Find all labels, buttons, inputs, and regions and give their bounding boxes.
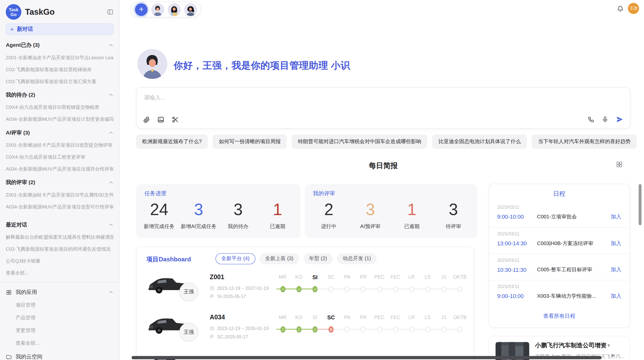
project-next-milestone: SC-2025-05-17 (210, 334, 248, 339)
add-member-button[interactable]: + (135, 3, 148, 16)
suggestion-chip[interactable]: 当下年轻人对汽车外观有怎样的喜好趋势 (532, 134, 637, 149)
schedule-event: 2025/03/11 9:00-10:00 X003-车辆动力学性能验... 加… (489, 280, 630, 306)
sidebar-item-cloud-space[interactable]: 我的云空间 (6, 353, 114, 360)
sidebar-item-project-mgmt[interactable]: 项目管理 (16, 302, 113, 309)
event-time: 13:00-14:30 (497, 240, 537, 246)
view-all-apps-link[interactable]: 查看全部... (16, 340, 113, 347)
suggestion-chips: 欧洲新规最近颁布了什么? 如何写一份清晰的项目周报 特朗普可能对进口汽车增税会对… (136, 134, 630, 149)
join-meeting-link[interactable]: 加入 (611, 292, 621, 300)
event-date: 2025/03/11 (497, 231, 621, 236)
new-chat-button[interactable]: + 新对话 (6, 23, 114, 35)
project-dashboard-card: 项目Dashboard 全新平台 (4) 全新上装 (3) 年型 (2) 动总开… (136, 247, 474, 360)
avatar[interactable] (151, 3, 164, 16)
list-item[interactable]: 解释最新出台的欧盟报废车法规再生塑料比例被调至15%... (6, 234, 114, 241)
list-item[interactable]: C0X4-动力总成开发项目SI里程碑提交物检查 (6, 104, 114, 111)
tab-powertrain[interactable]: 动总开发 (1) (337, 253, 377, 264)
list-item[interactable]: A034-全新新能源MUV产品开发项目造型可行性评审 (6, 204, 114, 210)
stat-ai-done: 3新增AI完成任务 (179, 201, 218, 230)
apps-grid-icon (6, 289, 12, 295)
chat-input-card: 请输入... (136, 87, 630, 129)
milestone-dots (275, 285, 468, 293)
screenshot-scissors-icon[interactable] (171, 116, 179, 123)
image-upload-icon[interactable] (157, 116, 165, 123)
sidebar-item-change-mgmt[interactable]: 变更管理 (16, 327, 113, 334)
stat-review-overdue: 1已逾期 (391, 201, 433, 230)
user-avatar[interactable]: 王强 (628, 3, 639, 14)
taskgo-logo: Task Go (6, 4, 21, 20)
scroll-right-arrow[interactable]: ▶ (611, 353, 615, 358)
vertical-scrollbar[interactable] (639, 184, 641, 225)
list-item[interactable]: A034-全新新能源MUV产品开发项目计划变更表编写 (6, 116, 114, 123)
event-time: 9:00-10:00 (497, 293, 537, 299)
view-all-schedule-link[interactable]: 查看所有日程 (489, 312, 630, 320)
flag-icon (210, 334, 215, 339)
join-meeting-link[interactable]: 加入 (611, 266, 621, 273)
notification-bell-icon[interactable] (617, 5, 624, 12)
list-item[interactable]: Z001-全新燃油皮卡产品开发项目SI节点Lesson Learn报告 (6, 55, 114, 61)
stat-ai-prereview: 3AI预评审 (349, 201, 391, 230)
scroll-down-arrow[interactable]: ▼ (607, 343, 611, 348)
phone-call-icon[interactable] (588, 116, 594, 123)
new-chat-label: 新对话 (17, 25, 33, 33)
microphone-icon[interactable] (602, 116, 608, 123)
tab-new-platform[interactable]: 全新平台 (4) (215, 253, 255, 264)
chevron-up-icon (109, 130, 113, 135)
send-icon[interactable] (616, 115, 623, 123)
suggestion-chip[interactable]: 欧洲新规最近颁布了什么? (136, 134, 208, 149)
news-title: 小鹏飞行汽车制造公司增资 (535, 342, 606, 350)
avatar[interactable] (168, 3, 181, 16)
project-owner-badge: 王强 (179, 282, 198, 301)
join-meeting-link[interactable]: 加入 (611, 240, 621, 247)
chevron-up-icon (109, 222, 113, 227)
section-my-review[interactable]: 我的评审 (2) (6, 179, 114, 186)
event-time: 9:00-10:00 (497, 214, 537, 220)
suggestion-chip[interactable]: 如何写一份清晰的项目周报 (213, 134, 287, 149)
view-all-chats-link[interactable]: 查看全部... (6, 270, 114, 276)
list-item[interactable]: A034-全新新能源MUV产品开发项目法规符合性评审 (6, 166, 114, 172)
tab-year-model[interactable]: 年型 (2) (303, 253, 333, 264)
schedule-event: 2025/03/11 10:30-11:30 C005-整车工程目标评审 加入 (489, 254, 630, 280)
sidebar-item-product-mgmt[interactable]: 产品管理 (16, 314, 113, 321)
suggestion-chip[interactable]: 特朗普可能对进口汽车增税会对中国车企造成哪些影响 (292, 134, 428, 149)
sidebar: Task Go TaskGo + 新对话 Agent已办 (3) Z001-全新… (0, 0, 120, 360)
horizontal-scrollbar[interactable] (131, 356, 602, 359)
list-item[interactable]: Z001-全新燃油轻卡产品开发项目SI节点属性5D文件评审 (6, 192, 114, 198)
list-item[interactable]: C02-飞腾新能源轻客改款项目里程碑画布 (6, 67, 114, 73)
chat-input[interactable]: 请输入... (144, 94, 165, 101)
chevron-up-icon (109, 93, 113, 97)
section-my-todo[interactable]: 我的待办 (2) (6, 91, 114, 99)
event-date: 2025/03/11 (497, 205, 621, 209)
sidebar-item-my-apps[interactable]: 我的应用 (6, 289, 114, 296)
suggestion-chip[interactable]: 比亚迪全固态电池计划具体说了什么 (432, 134, 527, 149)
project-next-milestone: SI-2025-05-17 (210, 294, 246, 299)
attachment-icon[interactable] (143, 116, 150, 123)
list-item[interactable]: C02-飞腾新能源轻客改款项目立项汇报方案 (6, 79, 114, 85)
avatar[interactable] (184, 3, 197, 16)
list-item[interactable]: C0X4-动力总成开发项目工程变更评审 (6, 154, 114, 160)
layout-grid-icon[interactable] (616, 161, 623, 168)
event-name: C005-整车工程目标评审 (537, 266, 611, 273)
event-name: X003-车辆动力学性能验... (537, 292, 611, 299)
list-item[interactable]: C02-飞腾新能源轻客改款项目的闭环通告反馈情况 (6, 246, 114, 252)
join-meeting-link[interactable]: 加入 (611, 213, 621, 220)
stat-my-todo: 3我的待办 (218, 201, 258, 230)
list-item[interactable]: Z001-全新燃油轻卡产品开发项目SI造型提交物评审 (6, 142, 114, 148)
section-ai-review[interactable]: AI评审 (3) (6, 129, 114, 137)
greeting-title: 你好，王强，我是你的项目管理助理 小识 (173, 59, 350, 72)
dashboard-tabs: 全新平台 (4) 全新上装 (3) 年型 (2) 动总开发 (1) (215, 253, 377, 264)
sidebar-collapse-icon[interactable] (107, 9, 113, 15)
clock-icon (210, 326, 215, 331)
project-row-a034[interactable]: 王强 A034 2023-12-19 ~ 2026-01-19 SC-2025-… (137, 311, 474, 349)
section-recent-chats[interactable]: 最近对话 (6, 221, 114, 229)
stat-pending-review: 3待评审 (433, 201, 474, 230)
project-row-z001[interactable]: 王强 Z001 2023-12-19 ~ 2027-01-19 SI-2025-… (137, 271, 474, 309)
tab-new-body[interactable]: 全新上装 (3) (259, 253, 299, 264)
input-toolbar-right (588, 115, 623, 123)
daily-briefing-title: 每日简报 (136, 161, 630, 171)
project-code: Z001 (210, 273, 224, 281)
section-agent-done[interactable]: Agent已办 (3) (6, 41, 114, 49)
folder-icon (6, 354, 12, 360)
list-item[interactable]: 公司Q3轻卡销量 (6, 258, 114, 264)
logo-line1: Task (9, 7, 18, 12)
stat-overdue: 1已逾期 (258, 201, 297, 230)
